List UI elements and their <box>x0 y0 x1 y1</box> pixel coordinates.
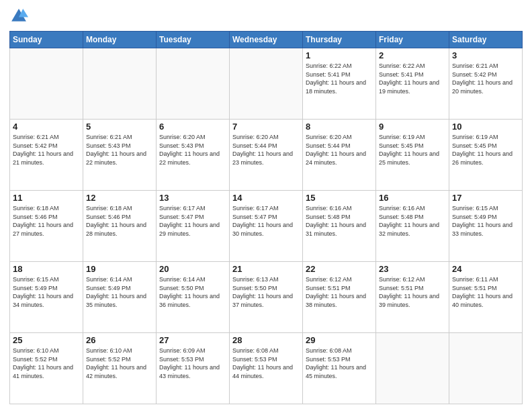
day-number: 10 <box>452 122 519 132</box>
calendar-day-cell: 16Sunrise: 6:16 AMSunset: 5:48 PMDayligh… <box>376 191 449 262</box>
logo <box>9 7 31 26</box>
day-info: Sunrise: 6:21 AMSunset: 5:43 PMDaylight:… <box>86 133 153 167</box>
calendar-day-cell: 29Sunrise: 6:08 AMSunset: 5:53 PMDayligh… <box>303 333 376 404</box>
calendar-day-cell: 21Sunrise: 6:13 AMSunset: 5:50 PMDayligh… <box>230 262 303 333</box>
day-number: 1 <box>306 50 373 60</box>
calendar-day-header: Monday <box>83 32 157 48</box>
calendar-day-cell: 13Sunrise: 6:17 AMSunset: 5:47 PMDayligh… <box>157 191 230 262</box>
calendar-day-cell: 10Sunrise: 6:19 AMSunset: 5:45 PMDayligh… <box>449 120 523 191</box>
calendar-day-cell: 14Sunrise: 6:17 AMSunset: 5:47 PMDayligh… <box>230 191 303 262</box>
day-number: 23 <box>379 264 446 274</box>
day-info: Sunrise: 6:15 AMSunset: 5:49 PMDaylight:… <box>452 204 519 238</box>
day-info: Sunrise: 6:10 AMSunset: 5:52 PMDaylight:… <box>86 347 153 380</box>
day-info: Sunrise: 6:21 AMSunset: 5:42 PMDaylight:… <box>452 62 519 95</box>
calendar-day-cell: 20Sunrise: 6:14 AMSunset: 5:50 PMDayligh… <box>157 262 230 333</box>
calendar-day-cell: 6Sunrise: 6:20 AMSunset: 5:43 PMDaylight… <box>157 120 230 191</box>
day-number: 9 <box>379 122 446 132</box>
calendar-day-cell: 1Sunrise: 6:22 AMSunset: 5:41 PMDaylight… <box>303 48 376 120</box>
calendar-day-cell: 27Sunrise: 6:09 AMSunset: 5:53 PMDayligh… <box>157 333 230 404</box>
calendar-day-cell: 23Sunrise: 6:12 AMSunset: 5:51 PMDayligh… <box>376 262 449 333</box>
calendar-day-cell: 11Sunrise: 6:18 AMSunset: 5:46 PMDayligh… <box>10 191 83 262</box>
calendar-week-row: 25Sunrise: 6:10 AMSunset: 5:52 PMDayligh… <box>10 333 523 404</box>
day-info: Sunrise: 6:21 AMSunset: 5:42 PMDaylight:… <box>13 133 80 167</box>
calendar-week-row: 11Sunrise: 6:18 AMSunset: 5:46 PMDayligh… <box>10 191 523 262</box>
day-info: Sunrise: 6:12 AMSunset: 5:51 PMDaylight:… <box>379 275 446 309</box>
day-info: Sunrise: 6:09 AMSunset: 5:53 PMDaylight:… <box>159 347 226 380</box>
day-number: 5 <box>86 122 153 132</box>
day-number: 18 <box>13 264 80 274</box>
day-info: Sunrise: 6:22 AMSunset: 5:41 PMDaylight:… <box>306 62 373 95</box>
calendar-day-cell: 19Sunrise: 6:14 AMSunset: 5:49 PMDayligh… <box>83 262 157 333</box>
day-number: 2 <box>379 50 446 60</box>
calendar-day-cell <box>376 333 449 404</box>
day-info: Sunrise: 6:20 AMSunset: 5:43 PMDaylight:… <box>159 133 226 167</box>
day-number: 15 <box>306 193 373 203</box>
calendar-week-row: 4Sunrise: 6:21 AMSunset: 5:42 PMDaylight… <box>10 120 523 191</box>
day-info: Sunrise: 6:20 AMSunset: 5:44 PMDaylight:… <box>232 133 300 167</box>
day-number: 25 <box>13 335 80 345</box>
day-number: 20 <box>159 264 226 274</box>
calendar-day-header: Sunday <box>10 32 83 48</box>
calendar-day-cell <box>83 48 157 120</box>
day-info: Sunrise: 6:14 AMSunset: 5:50 PMDaylight:… <box>159 275 226 309</box>
day-number: 24 <box>452 264 519 274</box>
calendar-day-cell: 7Sunrise: 6:20 AMSunset: 5:44 PMDaylight… <box>230 120 303 191</box>
day-info: Sunrise: 6:18 AMSunset: 5:46 PMDaylight:… <box>86 204 153 238</box>
calendar-day-cell <box>449 333 523 404</box>
day-info: Sunrise: 6:16 AMSunset: 5:48 PMDaylight:… <box>306 204 373 238</box>
day-number: 12 <box>86 193 153 203</box>
day-info: Sunrise: 6:10 AMSunset: 5:52 PMDaylight:… <box>13 347 80 380</box>
calendar-day-cell: 17Sunrise: 6:15 AMSunset: 5:49 PMDayligh… <box>449 191 523 262</box>
calendar-day-cell: 28Sunrise: 6:08 AMSunset: 5:53 PMDayligh… <box>230 333 303 404</box>
day-number: 19 <box>86 264 153 274</box>
day-number: 8 <box>306 122 373 132</box>
calendar-week-row: 1Sunrise: 6:22 AMSunset: 5:41 PMDaylight… <box>10 48 523 120</box>
day-number: 22 <box>306 264 373 274</box>
calendar-header-row: SundayMondayTuesdayWednesdayThursdayFrid… <box>10 32 523 48</box>
calendar-day-header: Tuesday <box>157 32 230 48</box>
day-number: 6 <box>159 122 226 132</box>
calendar-day-cell: 5Sunrise: 6:21 AMSunset: 5:43 PMDaylight… <box>83 120 157 191</box>
day-info: Sunrise: 6:15 AMSunset: 5:49 PMDaylight:… <box>13 275 80 309</box>
calendar-day-cell: 18Sunrise: 6:15 AMSunset: 5:49 PMDayligh… <box>10 262 83 333</box>
day-number: 21 <box>232 264 300 274</box>
day-info: Sunrise: 6:14 AMSunset: 5:49 PMDaylight:… <box>86 275 153 309</box>
calendar-day-header: Friday <box>376 32 449 48</box>
page: SundayMondayTuesdayWednesdayThursdayFrid… <box>0 0 532 411</box>
calendar-day-cell: 12Sunrise: 6:18 AMSunset: 5:46 PMDayligh… <box>83 191 157 262</box>
day-info: Sunrise: 6:08 AMSunset: 5:53 PMDaylight:… <box>232 347 300 380</box>
day-info: Sunrise: 6:08 AMSunset: 5:53 PMDaylight:… <box>306 347 373 380</box>
day-number: 27 <box>159 335 226 345</box>
day-info: Sunrise: 6:16 AMSunset: 5:48 PMDaylight:… <box>379 204 446 238</box>
day-info: Sunrise: 6:22 AMSunset: 5:41 PMDaylight:… <box>379 62 446 95</box>
calendar-day-cell: 2Sunrise: 6:22 AMSunset: 5:41 PMDaylight… <box>376 48 449 120</box>
calendar-day-cell: 25Sunrise: 6:10 AMSunset: 5:52 PMDayligh… <box>10 333 83 404</box>
day-number: 3 <box>452 50 519 60</box>
day-info: Sunrise: 6:18 AMSunset: 5:46 PMDaylight:… <box>13 204 80 238</box>
calendar-week-row: 18Sunrise: 6:15 AMSunset: 5:49 PMDayligh… <box>10 262 523 333</box>
day-info: Sunrise: 6:19 AMSunset: 5:45 PMDaylight:… <box>452 133 519 167</box>
day-info: Sunrise: 6:17 AMSunset: 5:47 PMDaylight:… <box>159 204 226 238</box>
day-number: 14 <box>232 193 300 203</box>
calendar-day-cell: 9Sunrise: 6:19 AMSunset: 5:45 PMDaylight… <box>376 120 449 191</box>
day-number: 17 <box>452 193 519 203</box>
calendar-table: SundayMondayTuesdayWednesdayThursdayFrid… <box>9 31 523 404</box>
calendar-day-cell: 22Sunrise: 6:12 AMSunset: 5:51 PMDayligh… <box>303 262 376 333</box>
calendar-day-cell: 15Sunrise: 6:16 AMSunset: 5:48 PMDayligh… <box>303 191 376 262</box>
day-info: Sunrise: 6:17 AMSunset: 5:47 PMDaylight:… <box>232 204 300 238</box>
header <box>9 7 523 26</box>
day-number: 26 <box>86 335 153 345</box>
day-number: 7 <box>232 122 300 132</box>
calendar-day-cell: 24Sunrise: 6:11 AMSunset: 5:51 PMDayligh… <box>449 262 523 333</box>
calendar-day-header: Saturday <box>449 32 523 48</box>
calendar-day-cell: 8Sunrise: 6:20 AMSunset: 5:44 PMDaylight… <box>303 120 376 191</box>
day-info: Sunrise: 6:12 AMSunset: 5:51 PMDaylight:… <box>306 275 373 309</box>
day-info: Sunrise: 6:20 AMSunset: 5:44 PMDaylight:… <box>306 133 373 167</box>
day-number: 4 <box>13 122 80 132</box>
day-number: 28 <box>232 335 300 345</box>
day-number: 11 <box>13 193 80 203</box>
day-info: Sunrise: 6:11 AMSunset: 5:51 PMDaylight:… <box>452 275 519 309</box>
calendar-day-cell <box>10 48 83 120</box>
calendar-day-cell: 3Sunrise: 6:21 AMSunset: 5:42 PMDaylight… <box>449 48 523 120</box>
calendar-day-cell <box>230 48 303 120</box>
